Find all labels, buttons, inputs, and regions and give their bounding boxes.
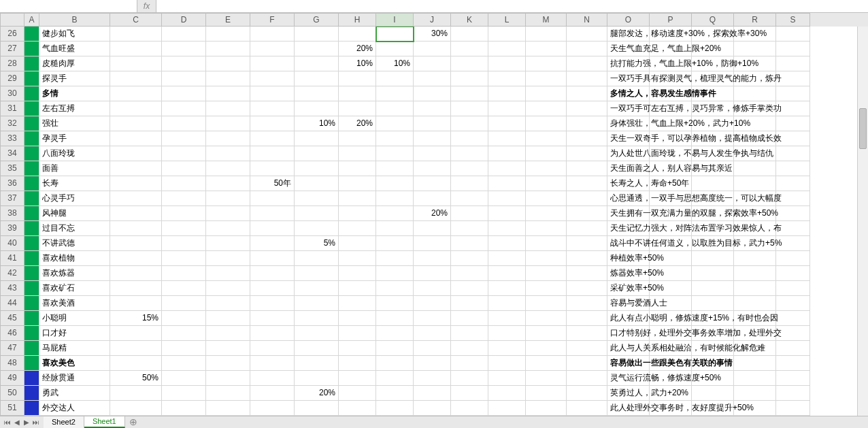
cell-C33[interactable] [110, 131, 162, 146]
cell-G29[interactable] [295, 71, 339, 86]
cell-N51[interactable] [567, 401, 607, 416]
cell-H44[interactable] [339, 296, 376, 311]
cell-A46[interactable] [24, 326, 39, 341]
vertical-scrollbar[interactable] [857, 27, 868, 416]
cell-H28[interactable]: 10% [339, 56, 376, 71]
cell-L47[interactable] [488, 341, 526, 356]
col-header-P[interactable]: P [650, 13, 692, 27]
cell-F33[interactable] [250, 131, 295, 146]
cell-N27[interactable] [567, 42, 607, 56]
cell-I42[interactable] [376, 266, 414, 281]
col-header-O[interactable]: O [607, 13, 650, 27]
cell-L29[interactable] [488, 71, 526, 86]
cell-G30[interactable] [295, 86, 339, 101]
cell-C37[interactable] [110, 191, 162, 206]
cell-H48[interactable] [339, 356, 376, 371]
cell-J50[interactable] [414, 386, 451, 401]
cell-C29[interactable] [110, 71, 162, 86]
cell-F42[interactable] [250, 266, 295, 281]
cell-F31[interactable] [250, 101, 295, 116]
cell-L40[interactable] [488, 236, 526, 251]
cell-G34[interactable] [295, 146, 339, 161]
cell-F49[interactable] [250, 371, 295, 386]
cell-M43[interactable] [526, 281, 567, 296]
col-header-E[interactable]: E [206, 13, 250, 27]
row-header[interactable]: 29 [0, 71, 24, 86]
row-header[interactable]: 28 [0, 56, 24, 71]
cell-M39[interactable] [526, 221, 567, 236]
cell-J34[interactable] [414, 146, 451, 161]
cell-G28[interactable] [295, 56, 339, 71]
cell-M48[interactable] [526, 356, 567, 371]
cell-M30[interactable] [526, 86, 567, 101]
row-header[interactable]: 33 [0, 131, 24, 146]
cell-C42[interactable] [110, 266, 162, 281]
cell-M41[interactable] [526, 251, 567, 266]
cell-H43[interactable] [339, 281, 376, 296]
cell-O30[interactable]: 多情之人，容易发生感情事件 [607, 86, 650, 101]
cell-I38[interactable] [376, 206, 414, 221]
cell-O26[interactable]: 腿部发达，移动速度+30%，探索效率+30% [607, 27, 650, 42]
cell-B35[interactable]: 面善 [39, 161, 110, 176]
cell-J41[interactable] [414, 251, 451, 266]
cell-K44[interactable] [451, 296, 488, 311]
cell-B44[interactable]: 喜欢美酒 [39, 296, 110, 311]
col-header-N[interactable]: N [567, 13, 607, 27]
cell-C28[interactable] [110, 56, 162, 71]
cell-B48[interactable]: 喜欢美色 [39, 356, 110, 371]
cell-G32[interactable]: 10% [295, 116, 339, 131]
cell-N38[interactable] [567, 206, 607, 221]
cell-F36[interactable]: 50年 [250, 176, 295, 191]
cell-B28[interactable]: 皮糙肉厚 [39, 56, 110, 71]
sheet-tab-sheet2[interactable]: Sheet2 [44, 416, 84, 429]
cell-H27[interactable]: 20% [339, 42, 376, 56]
cell-A33[interactable] [24, 131, 39, 146]
cell-D27[interactable] [162, 42, 206, 56]
cell-H42[interactable] [339, 266, 376, 281]
cell-G44[interactable] [295, 296, 339, 311]
cell-D50[interactable] [162, 386, 206, 401]
cell-M50[interactable] [526, 386, 567, 401]
tab-nav-last[interactable]: ⏭ [31, 417, 41, 427]
cell-G49[interactable] [295, 371, 339, 386]
cell-E44[interactable] [206, 296, 250, 311]
row-header[interactable]: 47 [0, 341, 24, 356]
cell-M40[interactable] [526, 236, 567, 251]
cell-J46[interactable] [414, 326, 451, 341]
cell-N40[interactable] [567, 236, 607, 251]
cell-N26[interactable] [567, 27, 607, 42]
cell-B27[interactable]: 气血旺盛 [39, 42, 110, 56]
cell-M45[interactable] [526, 311, 567, 326]
cell-H39[interactable] [339, 221, 376, 236]
cell-E34[interactable] [206, 146, 250, 161]
name-box[interactable] [0, 0, 137, 12]
row-header[interactable]: 32 [0, 116, 24, 131]
col-header-L[interactable]: L [488, 13, 526, 27]
cell-N48[interactable] [567, 356, 607, 371]
cell-B39[interactable]: 过目不忘 [39, 221, 110, 236]
cell-O41[interactable]: 种植效率+50% [607, 251, 650, 266]
cell-J28[interactable] [414, 56, 451, 71]
cell-I44[interactable] [376, 296, 414, 311]
cell-L43[interactable] [488, 281, 526, 296]
cell-E29[interactable] [206, 71, 250, 86]
cell-K32[interactable] [451, 116, 488, 131]
new-sheet-button[interactable]: ⊕ [125, 416, 141, 429]
cell-H30[interactable] [339, 86, 376, 101]
cell-B42[interactable]: 喜欢炼器 [39, 266, 110, 281]
cell-J44[interactable] [414, 296, 451, 311]
cell-H41[interactable] [339, 251, 376, 266]
cell-D51[interactable] [162, 401, 206, 416]
cell-J37[interactable] [414, 191, 451, 206]
cell-M46[interactable] [526, 326, 567, 341]
cell-K40[interactable] [451, 236, 488, 251]
cell-J39[interactable] [414, 221, 451, 236]
cell-C26[interactable] [110, 27, 162, 42]
cell-G41[interactable] [295, 251, 339, 266]
cell-O28[interactable]: 抗打能力强，气血上限+10%，防御+10% [607, 56, 650, 71]
cell-O34[interactable]: 为人处世八面玲珑，不易与人发生争执与结仇 [607, 146, 650, 161]
col-header-A[interactable]: A [24, 13, 39, 27]
cell-G35[interactable] [295, 161, 339, 176]
cell-M29[interactable] [526, 71, 567, 86]
cell-A34[interactable] [24, 146, 39, 161]
